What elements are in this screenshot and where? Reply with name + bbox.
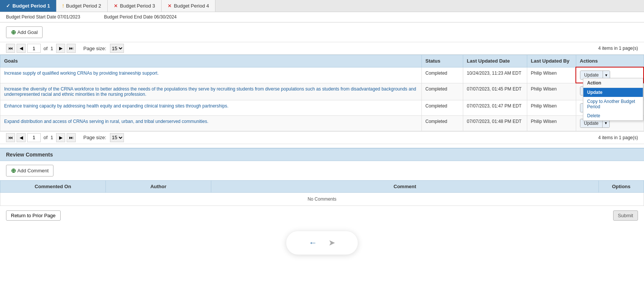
top-pagination: ⏮ ◀ of 1 ▶ ⏭ Page size: 15 25 50	[6, 44, 124, 53]
goals-table: Goals Status Last Updated Date Last Upda…	[0, 55, 644, 131]
page-input[interactable]	[27, 44, 41, 53]
of-label: of	[42, 46, 49, 51]
add-goal-button[interactable]: ⊕ Add Goal	[6, 26, 43, 38]
page-size-select[interactable]: 15 25 50	[110, 44, 124, 53]
comments-table: Commented On Author Comment Options No C…	[0, 180, 644, 206]
col-header-options: Options	[599, 180, 644, 192]
no-comments-row: No Comments	[0, 192, 644, 206]
page-size-label-bottom: Page size:	[83, 135, 106, 140]
last-updated-date-cell: 10/24/2023, 11:23 AM EDT	[463, 67, 527, 83]
back-icon[interactable]: ←	[309, 238, 317, 248]
prev-page-button[interactable]: ◀	[17, 44, 26, 53]
last-updated-date-cell: 07/07/2023, 01:47 PM EDT	[463, 100, 527, 115]
total-pages: 1	[50, 46, 53, 51]
of-label-bottom: of	[42, 135, 49, 140]
actions-cell: Update▾ActionUpdateCopy to Another Budge…	[576, 67, 644, 83]
bottom-toolbar: Return to Prior Page Submit	[0, 206, 644, 225]
return-prior-page-button[interactable]: Return to Prior Page	[6, 210, 61, 221]
goal-cell: Expand distribution and access of CRNAs …	[0, 115, 422, 131]
col-header-author: Author	[106, 180, 211, 192]
next-page-button-bottom[interactable]: ▶	[56, 133, 65, 142]
tab-label: Budget Period 1	[12, 3, 50, 9]
add-comment-toolbar: ⊕ Add Comment	[0, 161, 644, 180]
add-goal-toolbar: ⊕ Add Goal	[0, 23, 644, 42]
goal-link[interactable]: Increase the diversity of the CRNA workf…	[4, 86, 416, 97]
goal-link[interactable]: Increase supply of qualified working CRN…	[4, 71, 159, 76]
tab-label: Budget Period 4	[174, 3, 209, 9]
prev-page-button-bottom[interactable]: ◀	[17, 133, 26, 142]
budget-period-info: Budget Period Start Date 07/01/2023 Budg…	[0, 12, 644, 22]
last-updated-by-cell: Philip Wilsen	[527, 83, 576, 100]
submit-button[interactable]: Submit	[613, 210, 638, 221]
goals-table-wrapper: Goals Status Last Updated Date Last Upda…	[0, 55, 644, 131]
navigation-bubble: ← ➤	[0, 225, 644, 261]
col-header-last-updated-date: Last Updated Date	[463, 55, 527, 68]
col-header-commented-on: Commented On	[0, 180, 106, 192]
tab-budget-period-4[interactable]: ✕ Budget Period 4	[162, 0, 215, 12]
last-updated-by-cell: Philip Wilsen	[527, 67, 576, 83]
col-header-goals: Goals	[0, 55, 422, 68]
tab-budget-period-3[interactable]: ✕ Budget Period 3	[108, 0, 162, 12]
tab-label: Budget Period 3	[120, 3, 155, 9]
col-header-actions: Actions	[576, 55, 644, 68]
last-page-button-bottom[interactable]: ⏭	[67, 133, 76, 142]
bottom-pagination: ⏮ ◀ of 1 ▶ ⏭ Page size: 15 25 50	[6, 133, 124, 142]
next-page-button[interactable]: ▶	[56, 44, 65, 53]
nav-bubble-inner: ← ➤	[286, 231, 358, 255]
comments-table-wrapper: Commented On Author Comment Options No C…	[0, 180, 644, 206]
tab-budget-period-1[interactable]: ✓ Budget Period 1	[0, 0, 56, 12]
dropdown-item[interactable]: Copy to Another Budget Period	[583, 97, 643, 111]
goals-table-header-row: Goals Status Last Updated Date Last Upda…	[0, 55, 644, 68]
last-updated-date-cell: 07/07/2023, 01:48 PM EDT	[463, 115, 527, 131]
review-comments-header: Review Comments	[0, 148, 644, 161]
last-page-button[interactable]: ⏭	[67, 44, 76, 53]
no-comments-text: No Comments	[0, 192, 644, 206]
first-page-button[interactable]: ⏮	[6, 44, 15, 53]
first-page-button-bottom[interactable]: ⏮	[6, 133, 15, 142]
tab-budget-period-2[interactable]: ! Budget Period 2	[56, 0, 108, 12]
goal-link[interactable]: Enhance training capacity by addressing …	[4, 103, 229, 109]
add-comment-button[interactable]: ⊕ Add Comment	[6, 165, 53, 176]
total-pages-bottom: 1	[50, 135, 53, 140]
check-icon: ✓	[6, 3, 10, 9]
budget-end: Budget Period End Date 06/30/2024	[104, 14, 188, 20]
page-input-bottom[interactable]	[27, 133, 41, 142]
col-header-status: Status	[421, 55, 463, 68]
error-icon: ✕	[114, 3, 118, 9]
goal-link[interactable]: Expand distribution and access of CRNAs …	[4, 119, 208, 124]
last-updated-by-cell: Philip Wilsen	[527, 100, 576, 115]
plus-icon: ⊕	[11, 29, 16, 36]
goal-cell: Enhance training capacity by addressing …	[0, 100, 422, 115]
page-size-label: Page size:	[83, 46, 106, 51]
table-row: Expand distribution and access of CRNAs …	[0, 115, 644, 131]
page-size-select-bottom[interactable]: 15 25 50	[110, 133, 124, 142]
warning-icon: !	[63, 3, 64, 9]
plus-icon-comment: ⊕	[11, 167, 16, 174]
col-header-comment: Comment	[211, 180, 599, 192]
table-row: Enhance training capacity by addressing …	[0, 100, 644, 115]
error-icon: ✕	[168, 3, 172, 9]
action-dropdown: ActionUpdateCopy to Another Budget Perio…	[583, 78, 643, 121]
comments-header-row: Commented On Author Comment Options	[0, 180, 644, 192]
table-row: Increase supply of qualified working CRN…	[0, 67, 644, 83]
last-updated-date-cell: 07/07/2023, 01:45 PM EDT	[463, 83, 527, 100]
goal-cell: Increase supply of qualified working CRN…	[0, 67, 422, 83]
status-cell: Completed	[421, 115, 463, 131]
table-row: Increase the diversity of the CRNA workf…	[0, 83, 644, 100]
status-cell: Completed	[421, 67, 463, 83]
forward-icon[interactable]: ➤	[328, 238, 335, 248]
items-count: 4 items in 1 page(s)	[598, 46, 638, 51]
items-count-bottom: 4 items in 1 page(s)	[598, 135, 638, 140]
col-header-last-updated-by: Last Updated By	[527, 55, 576, 68]
status-cell: Completed	[421, 83, 463, 100]
dropdown-item[interactable]: Delete	[583, 111, 643, 120]
dropdown-item-update[interactable]: Update	[583, 88, 643, 97]
tabs-bar: ✓ Budget Period 1 ! Budget Period 2 ✕ Bu…	[0, 0, 644, 12]
status-cell: Completed	[421, 100, 463, 115]
goal-cell: Increase the diversity of the CRNA workf…	[0, 83, 422, 100]
budget-start: Budget Period Start Date 07/01/2023	[6, 14, 93, 20]
dropdown-header: Action	[583, 78, 643, 88]
last-updated-by-cell: Philip Wilsen	[527, 115, 576, 131]
tab-label: Budget Period 2	[66, 3, 101, 9]
